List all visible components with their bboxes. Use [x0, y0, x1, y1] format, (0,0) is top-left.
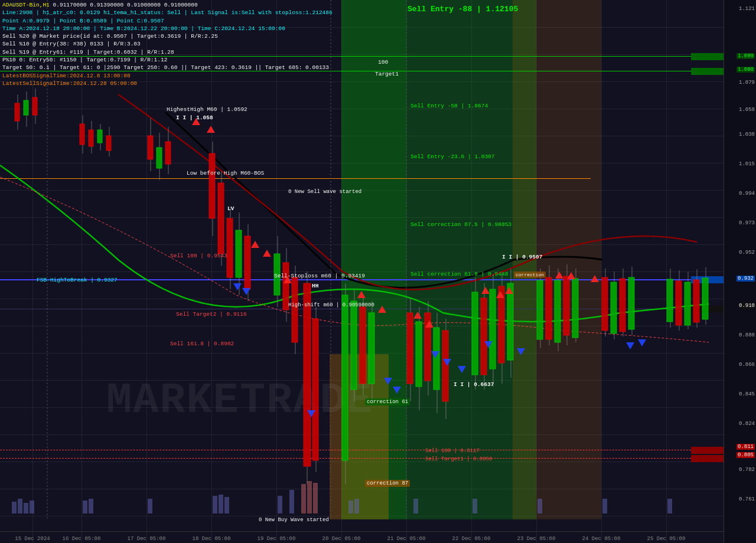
svg-rect-49: [351, 301, 357, 390]
svg-rect-95: [676, 281, 682, 325]
svg-rect-149: [602, 499, 607, 513]
svg-rect-97: [685, 282, 690, 325]
svg-rect-15: [89, 130, 93, 146]
svg-rect-142: [307, 481, 312, 513]
svg-rect-21: [148, 136, 153, 159]
time-21dec: 21 Dec 05:00: [387, 536, 426, 542]
time-16dec: 16 Dec 05:00: [63, 536, 101, 542]
time-19dec: 19 Dec 05:00: [258, 536, 296, 542]
svg-rect-93: [667, 279, 673, 322]
price-1015: 1.015: [739, 161, 755, 167]
price-0824: 0.824: [739, 421, 755, 427]
price-1058: 1.058: [739, 107, 755, 113]
price-0866: 0.866: [739, 362, 755, 368]
price-0952: 0.952: [739, 250, 755, 256]
svg-marker-121: [393, 387, 401, 394]
svg-rect-33: [236, 230, 242, 277]
ii-6637-label: I I | 0.6637: [454, 381, 494, 388]
svg-rect-13: [80, 124, 84, 145]
svg-rect-144: [348, 501, 353, 513]
svg-marker-118: [242, 288, 250, 295]
svg-marker-105: [263, 250, 271, 257]
price-scale: 1.121 1.099 1.088 1.079 1.058 1.038 1.01…: [724, 0, 756, 543]
svg-marker-116: [591, 275, 599, 282]
info-line-9: Target 50: 0.1 | Target 61: 0 |2590 Targ…: [2, 64, 399, 71]
svg-rect-27: [209, 153, 215, 218]
svg-rect-81: [563, 276, 569, 335]
hh-label: HH: [312, 283, 318, 289]
price-0761: 0.761: [739, 496, 755, 502]
svg-rect-140: [289, 490, 294, 513]
svg-rect-51: [360, 307, 366, 384]
svg-rect-25: [165, 142, 171, 164]
sell-stoploss-m60-label: Sell-Stoploss m60 | 0.93419: [274, 273, 365, 279]
svg-rect-83: [572, 279, 578, 338]
svg-rect-137: [219, 495, 223, 513]
svg-marker-117: [233, 283, 242, 290]
price-1121: 1.121: [739, 6, 755, 12]
time-22dec: 22 Dec 05:00: [452, 536, 491, 542]
price-1088: 1.088: [737, 67, 755, 73]
ii-1058-label: I I | 1.058: [176, 115, 213, 121]
svg-rect-61: [434, 328, 439, 390]
svg-rect-0: [691, 53, 724, 60]
svg-rect-133: [83, 501, 87, 513]
price-1038: 1.038: [739, 132, 755, 138]
sell-100-right-label: Sell 100 | 0.8117: [425, 448, 480, 454]
svg-rect-77: [546, 277, 552, 339]
svg-marker-108: [378, 306, 386, 313]
svg-rect-63: [442, 331, 448, 401]
svg-rect-19: [106, 136, 111, 151]
price-1099: 1.099: [737, 53, 755, 59]
price-0805: 0.805: [737, 452, 755, 458]
info-line-2: Line:2908 | h1_atr_c0: 0.0129 h1_tema_h1…: [2, 9, 399, 17]
svg-marker-114: [555, 272, 563, 279]
chart-container: .candle-bull { fill: #00aa00; stroke: #0…: [0, 0, 756, 543]
svg-rect-147: [472, 499, 477, 513]
lv-label: LV: [227, 205, 234, 212]
svg-rect-3: [691, 447, 724, 454]
price-1079: 1.079: [739, 80, 755, 86]
svg-rect-29: [218, 183, 224, 254]
price-0973: 0.973: [739, 220, 755, 226]
sell-100-label: Sell 100 | 0.9543: [170, 253, 227, 259]
info-line-11: LatestSellSignalTime:2024.12.28 05:00:00: [2, 80, 399, 87]
time-17dec: 17 Dec 05:00: [128, 536, 166, 542]
time-20dec: 20 Dec 05:00: [322, 536, 361, 542]
svg-rect-89: [620, 279, 625, 332]
svg-rect-85: [602, 277, 608, 331]
price-0888: 0.888: [739, 332, 755, 338]
svg-rect-101: [702, 278, 708, 319]
svg-rect-99: [693, 280, 699, 322]
svg-rect-130: [18, 499, 22, 513]
svg-rect-53: [369, 313, 374, 384]
sell-entry-50-label: Sell Entry -50 | 1.0674: [410, 103, 488, 109]
svg-rect-136: [213, 496, 217, 513]
info-line-7: Sell %19 @ Entry61: #119 | Target:0.6032…: [2, 48, 399, 56]
svg-marker-120: [384, 378, 392, 385]
info-line-4: Time A:2024.12.18 20:00:00 | Time B:2024…: [2, 25, 399, 32]
svg-rect-4: [691, 455, 724, 462]
info-line-5: Sell %20 @ Market price(id at: 0.9507 | …: [2, 32, 399, 40]
svg-rect-41: [292, 277, 298, 342]
svg-rect-69: [490, 289, 496, 369]
sell-1618-label: Sell 161.8 | 0.8902: [170, 341, 234, 347]
svg-marker-111: [481, 287, 490, 294]
info-line-10: LatestBOSSignalTime:2024.12.8 13:00:00: [2, 72, 399, 80]
info-line-6: Sell %10 @ Entry(38: #38) 0133 | R/R:3.0…: [2, 40, 399, 48]
time-23dec: 23 Dec 05:00: [517, 536, 556, 542]
svg-marker-128: [638, 339, 646, 346]
info-line-3: Point A:0.9979 | Point B:0.8589 | Point …: [2, 17, 399, 25]
svg-rect-67: [481, 298, 487, 375]
sell-entry-236-label: Sell Entry -23.6 | 1.0307: [410, 153, 495, 160]
svg-rect-57: [416, 322, 422, 387]
time-24dec: 24 Dec 05:00: [582, 536, 621, 542]
svg-rect-148: [537, 499, 542, 513]
svg-rect-91: [628, 277, 634, 329]
sell-target2-label: Sell Target2 | 0.9116: [176, 311, 247, 318]
svg-rect-141: [301, 484, 306, 513]
price-0845: 0.845: [739, 391, 755, 397]
svg-rect-11: [32, 97, 37, 115]
svg-marker-104: [251, 241, 259, 248]
price-0932: 0.932: [737, 276, 755, 282]
